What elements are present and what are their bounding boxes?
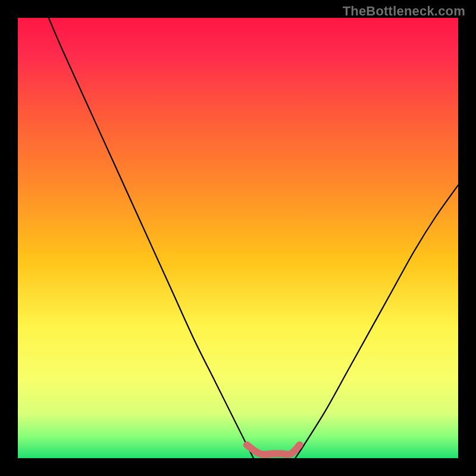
- right-curve: [295, 185, 458, 458]
- curve-layer: [18, 18, 458, 458]
- plot-area: [18, 18, 458, 458]
- watermark-text: TheBottleneck.com: [343, 4, 465, 19]
- left-curve: [49, 18, 253, 458]
- chart-container: TheBottleneck.com: [0, 0, 476, 476]
- bottom-accent: [247, 445, 300, 455]
